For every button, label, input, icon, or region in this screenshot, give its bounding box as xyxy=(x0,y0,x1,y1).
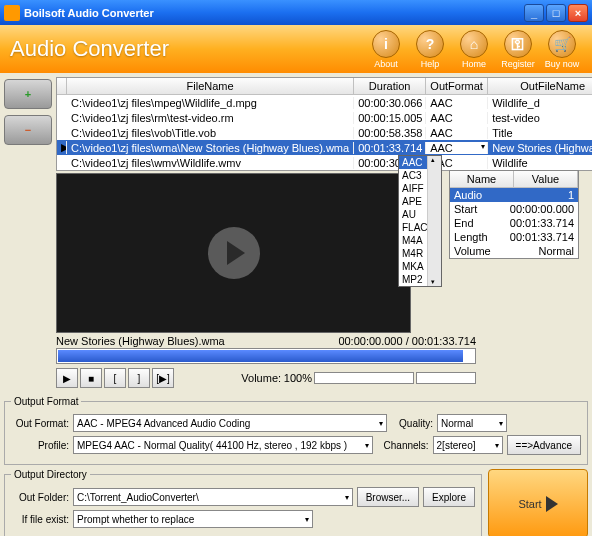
channels-select[interactable]: 2[stereo] xyxy=(433,436,503,454)
play-icon xyxy=(546,496,558,512)
prop-col-name[interactable]: Name xyxy=(450,171,514,188)
profile-select[interactable]: MPEG4 AAC - Normal Quality( 44100 Hz, st… xyxy=(73,436,373,454)
key-icon: ⚿ xyxy=(504,30,532,58)
video-preview[interactable] xyxy=(56,173,411,333)
help-icon: ? xyxy=(416,30,444,58)
volume-slider[interactable] xyxy=(416,372,476,384)
window-title: Boilsoft Audio Converter xyxy=(24,7,524,19)
ifexist-select[interactable]: Prompt whether to replace xyxy=(73,510,313,528)
volume-label: Volume: 100% xyxy=(241,372,312,384)
property-row[interactable]: VolumeNormal xyxy=(450,244,578,258)
app-icon xyxy=(4,5,20,21)
prop-col-value[interactable]: Value xyxy=(514,171,578,188)
play-button[interactable]: ▶ xyxy=(56,368,78,388)
preview-time: 00:00:00.000 / 00:01:33.714 xyxy=(338,335,476,347)
table-row[interactable]: C:\video1\zj files\mpeg\Wildlife_d.mpg00… xyxy=(57,95,592,110)
table-row[interactable]: C:\video1\zj files\wmv\Wildlife.wmv00:00… xyxy=(57,155,592,170)
titlebar: Boilsoft Audio Converter _ □ × xyxy=(0,0,592,25)
volume-meter xyxy=(314,372,414,384)
next-mark-button[interactable]: [▶] xyxy=(152,368,174,388)
explore-button[interactable]: Explore xyxy=(423,487,475,507)
table-row[interactable]: ▶C:\video1\zj files\wma\New Stories (Hig… xyxy=(57,140,592,155)
register-button[interactable]: ⚿Register xyxy=(498,30,538,69)
home-icon: ⌂ xyxy=(460,30,488,58)
header: Audio Converter iAbout ?Help ⌂Home ⚿Regi… xyxy=(0,25,592,73)
outformat-dropdown[interactable]: AACAC3AIFFAPEAUFLACM4AM4RMKAMP2 xyxy=(398,155,442,287)
dropdown-scrollbar[interactable] xyxy=(427,156,441,286)
cart-icon: 🛒 xyxy=(548,30,576,58)
property-row[interactable]: Length00:01:33.714 xyxy=(450,230,578,244)
start-button[interactable]: Start xyxy=(488,469,588,536)
output-format-group: Output Format Out Format: AAC - MPEG4 Ad… xyxy=(4,396,588,465)
help-button[interactable]: ?Help xyxy=(410,30,450,69)
col-filename[interactable]: FileName xyxy=(67,78,354,94)
app-title: Audio Converter xyxy=(10,36,366,62)
mark-in-button[interactable]: [ xyxy=(104,368,126,388)
table-row[interactable]: C:\video1\zj files\rm\test-video.rm00:00… xyxy=(57,110,592,125)
output-directory-group: Output Directory Out Folder: C:\Torrent_… xyxy=(4,469,482,536)
add-file-button[interactable]: + xyxy=(4,79,52,109)
plus-icon: + xyxy=(25,88,31,100)
close-button[interactable]: × xyxy=(568,4,588,22)
mark-out-button[interactable]: ] xyxy=(128,368,150,388)
minimize-button[interactable]: _ xyxy=(524,4,544,22)
advance-button[interactable]: ==>Advance xyxy=(507,435,581,455)
preview-filename: New Stories (Highway Blues).wma xyxy=(56,335,225,347)
buynow-button[interactable]: 🛒Buy now xyxy=(542,30,582,69)
col-outfilename[interactable]: OutFileName xyxy=(488,78,592,94)
property-row[interactable]: Audio1 xyxy=(450,188,578,202)
quality-select[interactable]: Normal xyxy=(437,414,507,432)
remove-file-button[interactable]: − xyxy=(4,115,52,145)
file-grid: FileName Duration OutFormat OutFileName … xyxy=(56,77,592,171)
col-outformat[interactable]: OutFormat xyxy=(426,78,488,94)
info-icon: i xyxy=(372,30,400,58)
property-row[interactable]: Start00:00:00.000 xyxy=(450,202,578,216)
stop-button[interactable]: ■ xyxy=(80,368,102,388)
property-row[interactable]: End00:01:33.714 xyxy=(450,216,578,230)
play-overlay-button[interactable] xyxy=(208,227,260,279)
about-button[interactable]: iAbout xyxy=(366,30,406,69)
col-duration[interactable]: Duration xyxy=(354,78,426,94)
browser-button[interactable]: Browser... xyxy=(357,487,419,507)
play-icon xyxy=(227,241,245,265)
home-button[interactable]: ⌂Home xyxy=(454,30,494,69)
outformat-select[interactable]: AAC - MPEG4 Advanced Audio Coding xyxy=(73,414,387,432)
properties-panel: Name Value Audio1Start00:00:00.000End00:… xyxy=(449,170,579,259)
table-row[interactable]: C:\video1\zj files\vob\Title.vob00:00:58… xyxy=(57,125,592,140)
progress-bar[interactable] xyxy=(56,348,476,364)
minus-icon: − xyxy=(25,124,31,136)
outfolder-select[interactable]: C:\Torrent_AudioConverter\ xyxy=(73,488,353,506)
maximize-button[interactable]: □ xyxy=(546,4,566,22)
